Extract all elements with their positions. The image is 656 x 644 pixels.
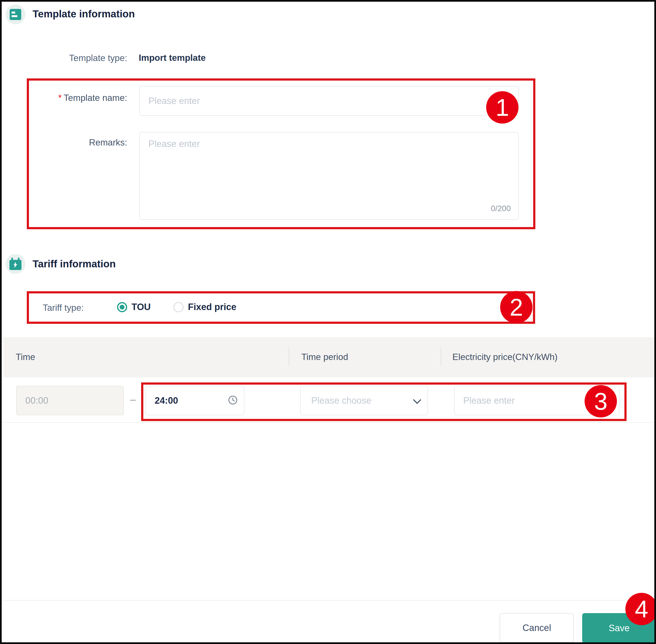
document-icon — [10, 9, 21, 20]
annotation-box-2 — [27, 291, 535, 324]
template-info-title: Template information — [32, 4, 135, 24]
tariff-info-title: Tariff information — [32, 254, 116, 274]
remarks-label: Remarks: — [27, 138, 127, 148]
tariff-info-icon — [5, 254, 25, 274]
start-time-input — [16, 386, 124, 415]
save-button[interactable]: Save — [582, 613, 656, 643]
template-type-label: Template type: — [27, 53, 127, 63]
template-name-label-wrap: *Template name: — [27, 93, 127, 103]
chevron-down-icon — [413, 396, 421, 404]
clock-icon[interactable] — [228, 395, 238, 406]
lightning-icon — [12, 261, 19, 269]
annotation-badge-2: 2 — [500, 291, 533, 323]
template-info-icon — [5, 5, 25, 24]
row-bottom-border — [3, 422, 654, 423]
table-header-price: Electricity price(CNY/kWh) — [452, 352, 558, 362]
calendar-bolt-icon — [9, 260, 22, 270]
radio-tou-label: TOU — [132, 302, 151, 312]
time-range-dash: – — [126, 394, 140, 405]
end-time-field[interactable] — [145, 386, 244, 415]
column-separator — [289, 348, 289, 366]
template-type-value: Import template — [139, 53, 206, 63]
table-header-time: Time — [16, 352, 35, 362]
radio-unselected-icon[interactable] — [173, 302, 184, 312]
tariff-type-radio-fixed[interactable]: Fixed price — [173, 302, 236, 312]
tariff-type-radio-tou[interactable]: TOU — [117, 302, 151, 312]
time-period-select[interactable]: Please choose — [300, 386, 428, 415]
template-name-label: Template name: — [64, 93, 127, 103]
remarks-textarea[interactable] — [139, 132, 519, 220]
radio-fixed-label: Fixed price — [188, 302, 236, 312]
column-separator — [441, 348, 441, 366]
electricity-price-input[interactable] — [454, 386, 619, 415]
time-period-placeholder: Please choose — [311, 395, 371, 406]
table-header-time-period: Time period — [301, 352, 348, 362]
template-name-input[interactable] — [139, 86, 519, 116]
remarks-char-counter: 0/200 — [474, 204, 511, 213]
tariff-type-label: Tariff type: — [43, 303, 84, 313]
required-asterisk: * — [58, 93, 62, 103]
radio-selected-icon[interactable] — [117, 302, 127, 312]
tariff-template-form: Template information Template type: Impo… — [0, 0, 656, 644]
cancel-button[interactable]: Cancel — [500, 613, 574, 643]
footer-divider — [3, 600, 654, 601]
